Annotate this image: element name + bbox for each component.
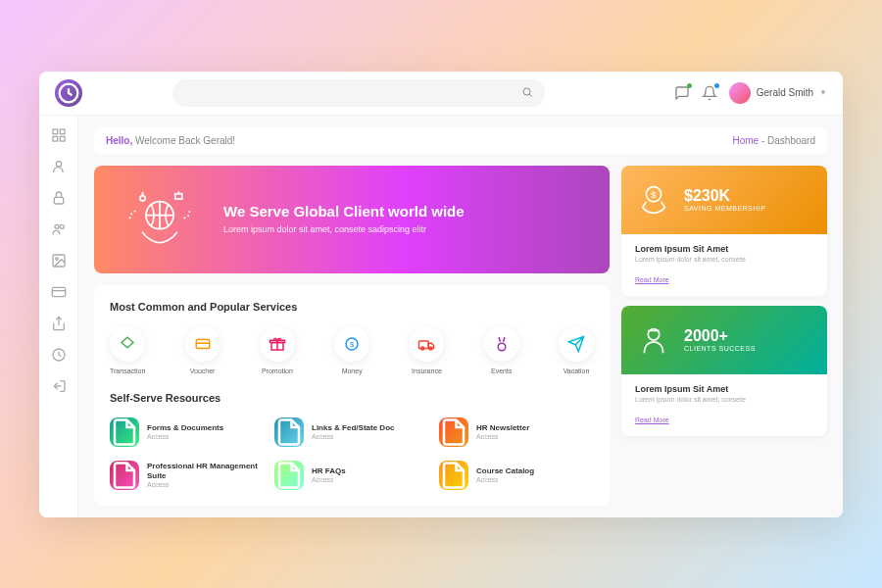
document-icon (439, 461, 468, 490)
document-icon (274, 461, 304, 490)
services-title: Most Common and Popular Services (110, 301, 594, 313)
svg-point-31 (498, 343, 506, 351)
read-more-link[interactable]: Read More (635, 416, 669, 423)
document-icon (110, 417, 139, 447)
services-panel: Most Common and Popular Services Transac… (94, 285, 610, 506)
service-icon: $ (334, 326, 369, 362)
person-icon (635, 321, 672, 359)
share-icon[interactable] (51, 316, 67, 331)
user-icon[interactable] (51, 159, 67, 174)
app-logo[interactable] (55, 79, 82, 107)
svg-text:$: $ (350, 340, 355, 349)
svg-point-10 (60, 224, 64, 228)
svg-rect-4 (60, 129, 65, 134)
chat-icon[interactable] (674, 85, 690, 101)
svg-rect-20 (175, 193, 182, 198)
svg-point-7 (56, 161, 61, 166)
svg-rect-5 (53, 136, 58, 141)
stat-top: 2000+ CLIENTS SUCCESS (621, 306, 827, 374)
avatar (729, 82, 751, 104)
services-row: TransactionVoucherPromotion$MoneyInsuran… (110, 326, 594, 374)
read-more-link[interactable]: Read More (635, 276, 669, 283)
stat-value: $230K (684, 187, 765, 205)
globe-hand-icon (116, 185, 204, 254)
user-menu[interactable]: Gerald Smith ▼ (729, 82, 827, 104)
resource-item[interactable]: HR FAQsAccess (274, 461, 429, 490)
svg-point-19 (140, 195, 145, 200)
greeting: Hello, Welcome Back Gerald! (106, 135, 235, 146)
content-grid: We Serve Global Client world wide Lorem … (94, 166, 827, 506)
stat-body: Lorem Ipsum Sit Amet Lorem ipsum dolor s… (621, 374, 827, 436)
topbar: Gerald Smith ▼ (39, 72, 843, 116)
body: Hello, Welcome Back Gerald! Home - Dashb… (39, 116, 843, 517)
stat-body: Lorem Ipsum Sit Amet Lorem ipsum dolor s… (621, 234, 827, 296)
user-name: Gerald Smith (757, 87, 813, 98)
logout-icon[interactable] (51, 378, 67, 394)
service-icon (559, 326, 594, 362)
svg-text:$: $ (651, 189, 657, 200)
service-promotion[interactable]: Promotion (260, 326, 295, 374)
app-window: Gerald Smith ▼ Hello, Welcome Back Geral… (39, 72, 843, 517)
hero-subtitle: Lorem ipsum dolor sit amet, consete sadi… (223, 223, 465, 236)
resources-grid: Forms & DocumentsAccessLinks & Fed/State… (110, 417, 594, 490)
left-column: We Serve Global Client world wide Lorem … (94, 166, 610, 506)
bell-icon[interactable] (702, 85, 717, 101)
chevron-down-icon: ▼ (819, 88, 827, 97)
main: Hello, Welcome Back Gerald! Home - Dashb… (78, 116, 843, 517)
svg-point-1 (523, 88, 530, 95)
breadcrumb: Home - Dashboard (733, 135, 816, 146)
users-icon[interactable] (51, 221, 67, 237)
hero-banner: We Serve Global Client world wide Lorem … (94, 166, 610, 273)
clock-icon[interactable] (51, 347, 67, 363)
stat-card-clients: 2000+ CLIENTS SUCCESS Lorem Ipsum Sit Am… (621, 306, 827, 436)
document-icon (110, 461, 139, 490)
right-column: $ $230K SAVING MEMBERSHIP Lorem Ipsum Si… (621, 166, 827, 506)
svg-rect-3 (53, 129, 58, 134)
service-icon (110, 326, 145, 362)
hero-text: We Serve Global Client world wide Lorem … (223, 203, 465, 236)
svg-rect-8 (54, 197, 63, 204)
card-icon[interactable] (51, 284, 67, 300)
resource-item[interactable]: Links & Fed/State DocAccess (274, 417, 429, 447)
document-icon (274, 417, 304, 447)
image-icon[interactable] (51, 253, 67, 269)
svg-line-2 (529, 94, 532, 97)
service-icon (185, 326, 220, 362)
topbar-actions: Gerald Smith ▼ (674, 82, 827, 104)
resource-item[interactable]: Professional HR Management SuiteAccess (110, 461, 265, 490)
service-transaction[interactable]: Transaction (110, 326, 145, 374)
service-insurance[interactable]: Insurance (409, 326, 444, 374)
svg-point-12 (55, 257, 58, 260)
lock-icon[interactable] (51, 190, 67, 206)
svg-rect-13 (52, 287, 65, 296)
stat-value: 2000+ (684, 327, 756, 345)
stat-label: SAVING MEMBERSHIP (684, 205, 765, 212)
service-money[interactable]: $Money (334, 326, 369, 374)
search-icon (521, 84, 533, 102)
document-icon (439, 417, 468, 447)
greeting-bar: Hello, Welcome Back Gerald! Home - Dashb… (94, 127, 827, 154)
resources-title: Self-Serve Resources (110, 392, 594, 404)
sidebar (39, 116, 78, 517)
service-voucher[interactable]: Voucher (185, 326, 220, 374)
svg-rect-6 (60, 136, 65, 141)
stat-top: $ $230K SAVING MEMBERSHIP (621, 166, 827, 234)
resource-item[interactable]: HR NewsletterAccess (439, 417, 594, 447)
hero-title: We Serve Global Client world wide (223, 203, 465, 220)
stat-card-savings: $ $230K SAVING MEMBERSHIP Lorem Ipsum Si… (621, 166, 827, 296)
service-vacation[interactable]: Vacation (559, 326, 594, 374)
resource-item[interactable]: Course CatalogAccess (439, 461, 594, 490)
service-icon (260, 326, 295, 362)
resource-item[interactable]: Forms & DocumentsAccess (110, 417, 265, 447)
dollar-hand-icon: $ (635, 181, 672, 219)
service-icon (484, 326, 519, 362)
svg-point-9 (55, 224, 59, 228)
stat-label: CLIENTS SUCCESS (684, 345, 756, 352)
search-input[interactable] (172, 79, 545, 107)
service-icon (409, 326, 444, 362)
grid-icon[interactable] (51, 127, 67, 143)
breadcrumb-home[interactable]: Home (733, 135, 760, 146)
service-events[interactable]: Events (484, 326, 519, 374)
